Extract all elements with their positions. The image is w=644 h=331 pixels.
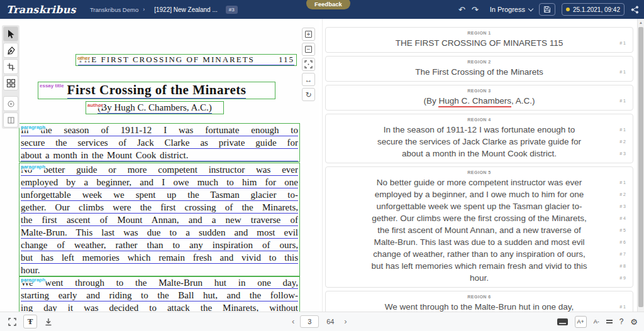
scan-text-line[interactable]: about a month in the Mount Cook district… — [21, 149, 298, 161]
page-number-input[interactable] — [300, 315, 319, 328]
scan-header-text[interactable]: THE FIRST CROSSING OF MINARETS — [78, 55, 255, 65]
structure-tag-paragraph[interactable]: paragraph — [20, 277, 46, 283]
previous-page-button[interactable]: ‹ — [289, 315, 297, 328]
zoom-toolbar: + − ↔ ↻ — [302, 28, 315, 103]
scan-text-line[interactable]: We went through to the Malte-Brun hut in… — [21, 276, 298, 289]
rotate-button[interactable]: ↻ — [302, 88, 315, 101]
line-number: # 8 — [619, 260, 626, 272]
fit-width-button[interactable]: ↔ — [302, 73, 315, 86]
structure-tag-author[interactable]: author — [87, 102, 104, 109]
scan-text-line[interactable]: In the season of 1911-12 I was fortunate… — [21, 124, 298, 136]
zoom-in-button[interactable]: + — [302, 28, 315, 41]
breadcrumb-document[interactable]: [1922] New Zealand ... — [154, 6, 218, 13]
next-page-button[interactable]: › — [341, 315, 349, 328]
structure-tag-paragraph[interactable]: paragraph — [20, 164, 46, 170]
scan-text-line[interactable]: the first ascent of Mount Annan, and a n… — [21, 214, 298, 226]
document-canvas[interactable]: other THE FIRST CROSSING OF MINARETS 115… — [0, 19, 319, 312]
structure-tag-paragraph[interactable]: paragraph — [20, 124, 46, 131]
font-increase-button[interactable]: A+ — [575, 316, 587, 328]
transcript-region-card[interactable]: REGION 3 (By Hugh C. Chambers, A.C.) # 1 — [325, 85, 633, 111]
scan-text-line[interactable]: secure the services of Jack Clarke as pr… — [21, 136, 298, 149]
doc-region-paragraph-2[interactable]: paragraphNo better guide or more compete… — [19, 163, 300, 277]
transcript-line[interactable]: gether. Our climbs were the first crossi… — [352, 212, 606, 224]
share-icon[interactable] — [631, 6, 639, 14]
table-tool[interactable] — [3, 112, 18, 128]
line-display-toggle-icon[interactable] — [606, 320, 613, 323]
structure-tag-other[interactable]: other — [77, 55, 91, 62]
version-date-button[interactable]: 25.1.2021, 09:42 — [562, 3, 625, 16]
fullscreen-button[interactable] — [5, 315, 19, 328]
scan-text-line[interactable]: employed by a beginner, and I owe much t… — [21, 176, 298, 188]
scan-author-text[interactable]: (By Hugh C. Chambers, A.C.) — [97, 102, 212, 114]
breadcrumb-project[interactable]: Transkribus Demo — [90, 6, 138, 13]
line-number: # 1 — [619, 95, 626, 107]
save-button[interactable] — [539, 3, 555, 16]
line-number: # 5 — [619, 224, 626, 236]
region-label: REGION 3 — [352, 88, 606, 94]
line-number: # 1 — [619, 37, 626, 49]
pen-annotation-tool[interactable] — [3, 43, 18, 58]
transcript-region-card[interactable]: REGION 4 In the season of 1911-12 I was … — [325, 114, 633, 163]
status-dropdown[interactable]: In Progress — [490, 6, 533, 13]
transcript-line[interactable]: about a month in the Mount Cook district… — [352, 148, 606, 160]
doc-region-paragraph-3[interactable]: paragraphWe went through to the Malte-Br… — [19, 276, 300, 312]
virtual-keyboard-icon[interactable] — [557, 318, 568, 325]
add-region-tool[interactable] — [3, 59, 18, 74]
transcript-region-card[interactable]: REGION 2 The First Crossing of the Minar… — [325, 56, 633, 82]
help-button[interactable]: ? — [619, 317, 624, 326]
feedback-button[interactable]: Feedback — [306, 0, 350, 9]
scan-text-line[interactable]: unforgettable week we spent up the Tasma… — [21, 188, 298, 201]
scan-text-line[interactable]: No better guide or more competent instru… — [21, 163, 298, 176]
transcript-region-card[interactable]: REGION 6 We went through to the Malte-Br… — [325, 291, 633, 312]
transcript-line[interactable]: Malte-Brun. This last was due to a sudde… — [352, 236, 606, 248]
transcript-line[interactable]: (By Hugh C. Chambers, A.C.) — [352, 95, 606, 107]
font-decrease-button[interactable]: A- — [594, 318, 599, 325]
transcript-line[interactable]: We went through to the Malte-Brun hut in… — [352, 301, 606, 312]
scan-text-line[interactable]: ing day it was decided to attack the Min… — [21, 301, 298, 312]
select-cursor-tool[interactable] — [3, 26, 18, 41]
transcript-line[interactable]: unforgettable week we spent up the Tasma… — [352, 200, 606, 212]
transcript-line[interactable]: employed by a beginner, and I owe much t… — [352, 188, 606, 200]
transcript-region-card[interactable]: REGION 1 THE FIRST CROSSING OF MINARETS … — [325, 27, 633, 53]
split-region-tool[interactable] — [3, 75, 18, 90]
settings-gear-icon[interactable]: ⚙ — [630, 318, 638, 326]
transcript-line[interactable]: the first ascent of Mount Annan, and a n… — [352, 224, 606, 236]
scan-title-text[interactable]: First Crossing of the Minarets — [67, 82, 247, 99]
transcript-line[interactable]: but has left memories which remain fresh… — [352, 260, 606, 272]
line-number: # 6 — [619, 236, 626, 248]
transcript-line[interactable]: The First Crossing of the Minarets — [352, 66, 606, 78]
scan-text-line[interactable]: starting early and riding to the Ball hu… — [21, 289, 298, 301]
doc-region-header[interactable]: other THE FIRST CROSSING OF MINARETS 115 — [75, 54, 297, 66]
red-underlined-text[interactable]: Hugh C. Chambers — [438, 96, 511, 107]
structure-tag-title[interactable]: essay title — [39, 83, 65, 89]
scan-text-line[interactable]: Malte-Brun. This last was due to a sudde… — [21, 226, 298, 239]
download-button[interactable] — [42, 315, 55, 328]
grid-squares-icon — [6, 79, 16, 88]
scan-text-line[interactable]: change of weather, rather than to any in… — [21, 239, 298, 251]
scan-text-line[interactable]: but has left memories which remain fresh… — [21, 251, 298, 264]
transcript-line[interactable]: In the season of 1911-12 I was fortunate… — [352, 124, 606, 136]
scroll-up-icon[interactable]: ▲ — [638, 19, 644, 26]
scan-text-line[interactable]: gether. Our climbs were the first crossi… — [21, 201, 298, 214]
doc-region-author[interactable]: author (By Hugh C. Chambers, A.C.) — [86, 101, 224, 114]
fit-width-icon: ↔ — [305, 75, 313, 84]
transcript-line[interactable]: change of weather, rather than to any in… — [352, 248, 606, 260]
text-overlay-toggle[interactable]: Ŧ — [23, 315, 37, 328]
scan-page-number[interactable]: 115 — [279, 55, 294, 65]
transcript-line[interactable]: THE FIRST CROSSING OF MINARETS 115 — [352, 37, 606, 49]
line-number: # 3 — [619, 148, 626, 160]
zoom-out-button[interactable]: − — [302, 43, 315, 56]
undo-icon[interactable]: ↶ — [458, 6, 465, 14]
redo-icon[interactable]: ↷ — [472, 6, 479, 14]
transcript-line[interactable]: hour. — [352, 272, 606, 284]
point-tool[interactable] — [3, 96, 18, 111]
doc-region-paragraph-1[interactable]: paragraphIn the season of 1911-12 I was … — [19, 123, 300, 162]
transcript-line[interactable]: No better guide or more competent instru… — [352, 176, 606, 188]
scan-text-line[interactable]: hour. — [21, 264, 298, 276]
transcript-region-card[interactable]: REGION 5 No better guide or more compete… — [325, 166, 633, 288]
doc-region-title[interactable]: essay title First Crossing of the Minare… — [38, 82, 275, 99]
transcript-scrollbar[interactable]: ▲ — [637, 19, 644, 312]
scrollbar-thumb[interactable] — [638, 27, 643, 307]
fit-page-button[interactable] — [302, 58, 315, 71]
transcript-line[interactable]: secure the services of Jack Clarke as pr… — [352, 136, 606, 148]
